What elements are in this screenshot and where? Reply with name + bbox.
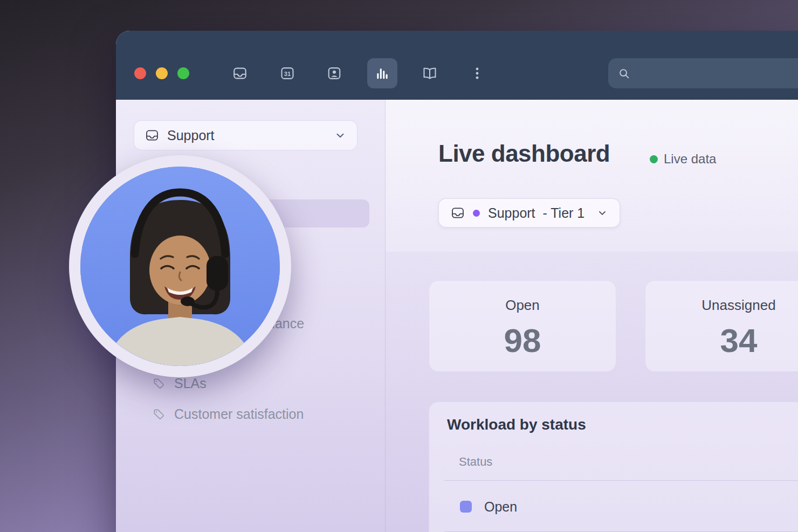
chevron-down-icon [334, 129, 346, 141]
tag-icon [153, 377, 165, 390]
search-input[interactable] [637, 66, 798, 80]
search-field[interactable] [608, 58, 798, 88]
tag-icon [153, 408, 165, 420]
calendar-toolbar-button[interactable]: 31 [272, 58, 302, 88]
contacts-toolbar-button[interactable] [319, 58, 349, 88]
live-badge-label: Live data [664, 151, 716, 167]
dashboard-header-band [386, 100, 798, 252]
inbox-icon [232, 66, 247, 81]
tier-color-dot [473, 210, 480, 217]
status-color-swatch [460, 501, 472, 513]
table-divider [444, 480, 798, 481]
close-window-button[interactable] [134, 67, 146, 79]
workspace-label: Support [167, 128, 334, 143]
sidebar-item-customer-satisfaction[interactable]: Customer satisfaction [153, 405, 304, 423]
support-agent-avatar [69, 155, 291, 377]
svg-text:31: 31 [284, 71, 291, 77]
live-data-badge: Live data [650, 151, 716, 167]
live-indicator-dot [650, 155, 658, 163]
status-row-label: Open [484, 499, 517, 515]
search-icon [618, 67, 630, 80]
chevron-down-icon [597, 208, 608, 218]
dashboard-toolbar-button[interactable] [367, 58, 397, 88]
marketing-scene: 31 [0, 0, 798, 532]
traffic-lights [134, 67, 189, 79]
sidebar-item-label: Customer satisfaction [174, 406, 304, 422]
page-title: Live dashboard [438, 140, 610, 167]
inbox-icon [451, 206, 465, 220]
support-agent-photo [80, 167, 280, 366]
book-icon [422, 66, 437, 81]
workspace-selector[interactable]: Support [134, 120, 357, 150]
more-vertical-icon [470, 66, 485, 81]
stat-card-unassigned: Unassigned 34 [645, 280, 798, 372]
stat-value: 98 [429, 321, 616, 360]
more-toolbar-button[interactable] [462, 58, 492, 88]
table-row[interactable]: Open [460, 498, 517, 515]
calendar-icon: 31 [280, 66, 295, 81]
status-column-header: Status [459, 455, 492, 469]
titlebar: 31 [116, 31, 798, 100]
panel-title: Workload by status [447, 416, 586, 433]
filter-label: Support - Tier 1 [488, 205, 584, 221]
stat-label: Open [429, 297, 616, 314]
inbox-icon [145, 128, 159, 142]
inbox-filter-dropdown[interactable]: Support - Tier 1 [438, 198, 620, 227]
workload-by-status-panel: Workload by status Status Open [429, 402, 798, 532]
minimize-window-button[interactable] [156, 67, 168, 79]
sidebar-item-label: SLAs [174, 376, 207, 391]
knowledge-base-toolbar-button[interactable] [415, 58, 445, 88]
inbox-toolbar-button[interactable] [225, 58, 255, 88]
stat-value: 34 [645, 321, 798, 360]
bar-chart-icon [375, 66, 390, 81]
zoom-window-button[interactable] [177, 67, 189, 79]
stat-label: Unassigned [645, 297, 798, 314]
agent-illustration [80, 167, 280, 366]
contacts-icon [327, 66, 342, 81]
stat-card-open: Open 98 [429, 280, 616, 372]
